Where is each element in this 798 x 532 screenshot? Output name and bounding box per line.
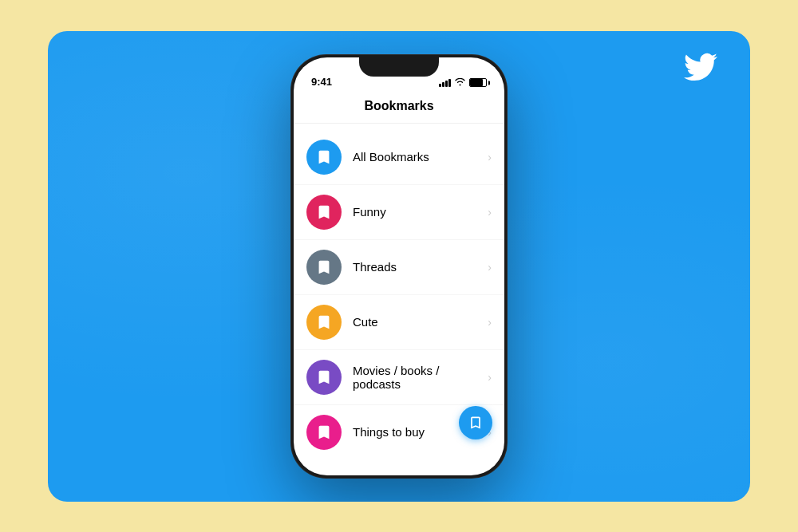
- screen-title: Bookmarks: [364, 99, 433, 112]
- bookmark-icon: [315, 148, 333, 166]
- bookmark-item[interactable]: Cute ›: [294, 295, 504, 350]
- chevron-icon: ›: [488, 316, 492, 329]
- chevron-icon: ›: [488, 151, 492, 164]
- bookmark-item[interactable]: Movies / books / podcasts ›: [294, 350, 504, 405]
- status-time: 9:41: [311, 76, 332, 88]
- phone-notch: [359, 57, 439, 77]
- bookmark-label: Funny: [353, 205, 488, 219]
- chevron-icon: ›: [488, 261, 492, 274]
- bookmark-label: Threads: [353, 260, 488, 274]
- twitter-logo: [680, 50, 721, 84]
- bookmark-icon: [315, 313, 333, 331]
- bookmark-icon: [315, 203, 333, 221]
- bookmarks-header: Bookmarks: [294, 93, 504, 124]
- bookmark-label: Cute: [353, 315, 488, 329]
- phone-mockup: 9:41: [291, 55, 507, 478]
- bookmark-icon: [315, 424, 333, 441]
- bookmark-label: Movies / books / podcasts: [353, 364, 488, 391]
- fab-button[interactable]: [459, 406, 492, 439]
- bookmark-icon: [315, 368, 333, 386]
- bookmark-icon-circle: [306, 195, 342, 230]
- bookmark-item[interactable]: Threads ›: [294, 240, 504, 295]
- bookmark-label: All Bookmarks: [353, 150, 488, 164]
- bookmark-icon-circle: [306, 140, 342, 175]
- wifi-icon: [455, 78, 465, 88]
- bookmark-icon: [315, 258, 333, 276]
- signal-icon: [439, 79, 451, 87]
- status-icons: [439, 78, 487, 88]
- bookmark-icon-circle: [306, 415, 342, 450]
- bookmark-item[interactable]: All Bookmarks ›: [294, 130, 504, 185]
- bookmark-item[interactable]: Funny ›: [294, 185, 504, 240]
- bookmark-icon-circle: [306, 360, 342, 395]
- chevron-icon: ›: [488, 371, 492, 384]
- bookmark-icon-circle: [306, 250, 342, 285]
- blue-card: 9:41: [48, 31, 750, 502]
- bookmark-icon-circle: [306, 305, 342, 340]
- battery-icon: [469, 78, 487, 87]
- chevron-icon: ›: [488, 206, 492, 219]
